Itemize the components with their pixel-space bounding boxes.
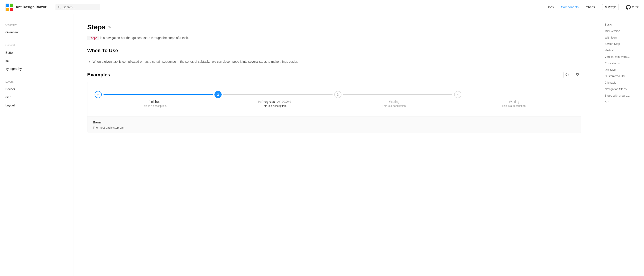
bug-icon [576, 73, 580, 76]
toc-item-vertical-mini[interactable]: Vertical mini versi... [603, 54, 640, 60]
step-number-2: 2 [217, 93, 219, 96]
layout: Overview Overview General Button Icon Ty… [0, 14, 644, 152]
toc-item-api[interactable]: API [603, 99, 640, 105]
lang-button[interactable]: 简体中文 [602, 4, 619, 10]
header-nav: Docs Components Charts 简体中文 2822 [547, 4, 639, 10]
step-header-2: 2 [214, 91, 334, 98]
step-extra-2: Left 00:00:0 [277, 100, 291, 103]
svg-point-7 [577, 74, 578, 75]
sidebar-divider-1 [5, 38, 68, 38]
description-suffix: is a navigation bar that guides users th… [99, 36, 189, 40]
search-input[interactable] [62, 5, 98, 9]
demo-card-footer: Basic The most basic step bar. [88, 116, 581, 133]
toc-item-steps-progress[interactable]: Steps with progre... [603, 92, 640, 99]
sidebar-item-divider[interactable]: Divider [0, 85, 74, 93]
github-area[interactable]: 2822 [626, 5, 639, 10]
code-icon [566, 73, 569, 76]
page-title: Steps [87, 23, 106, 31]
sidebar-item-layout[interactable]: Layout [0, 101, 74, 109]
step-title-row-2: In Progress Left 00:00:0 [258, 100, 291, 103]
github-icon [626, 5, 631, 10]
sidebar-item-icon[interactable]: Icon [0, 57, 74, 65]
demo-card: ✓ Finished This is a description. [87, 82, 582, 133]
step-item-1: ✓ Finished This is a description. [94, 91, 214, 107]
examples-actions [564, 72, 582, 78]
step-desc-3: This is a description. [382, 104, 406, 107]
edit-icon[interactable]: ✎ [108, 25, 111, 29]
page-title-row: Steps ✎ [87, 23, 582, 31]
logo-title: Ant Design Blazor [16, 5, 46, 9]
main-content: Steps ✎ Steps is a navigation bar that g… [74, 14, 595, 152]
toc-item-with-icon[interactable]: With icon [603, 35, 640, 41]
step-desc-4: This is a description. [502, 104, 526, 107]
step-title-row-4: Waiting [502, 100, 526, 103]
description-row: Steps is a navigation bar that guides us… [87, 35, 582, 41]
examples-header: Examples [87, 72, 582, 78]
svg-line-12 [576, 73, 577, 74]
step-header-3: 3 [334, 91, 454, 98]
toc-item-mini[interactable]: Mini version [603, 28, 640, 35]
step-item-2: 2 In Progress Left 00:00:0 This is a des… [214, 91, 334, 107]
svg-rect-4 [10, 8, 13, 11]
step-title-row-3: Waiting [382, 100, 406, 103]
inline-code: Steps [87, 36, 99, 40]
when-to-use-item-1: When a given task is complicated or has … [92, 59, 582, 65]
sidebar-item-grid[interactable]: Grid [0, 93, 74, 101]
step-number-4: 4 [457, 93, 459, 96]
step-header-4: 4 [454, 91, 574, 98]
step-circle-3: 3 [334, 91, 342, 98]
step-title-4: Waiting [509, 100, 519, 103]
sidebar: Overview Overview General Button Icon Ty… [0, 14, 74, 152]
toc-item-basic[interactable]: Basic [603, 22, 640, 28]
step-circle-2: 2 [214, 91, 222, 98]
step-circle-1: ✓ [94, 91, 102, 98]
code-toggle-button[interactable] [564, 72, 571, 78]
sidebar-section-layout-label: Layout [0, 77, 74, 85]
sidebar-divider-2 [5, 75, 68, 75]
step-desc-2: This is a description. [258, 104, 291, 107]
sidebar-section-overview-label: Overview [0, 20, 74, 28]
step-connector-3 [343, 94, 452, 95]
bug-report-button[interactable] [574, 72, 582, 78]
step-desc-1: This is a description. [142, 104, 166, 107]
sidebar-item-typography[interactable]: Typography [0, 65, 74, 73]
logo-icon [5, 3, 14, 11]
toc-item-vertical[interactable]: Vertical [603, 47, 640, 54]
nav-components[interactable]: Components [561, 5, 578, 9]
toc-item-customized-dot[interactable]: Customized Dot ... [603, 73, 640, 80]
step-connector-2 [224, 94, 332, 95]
toc-item-clickable[interactable]: Clickable [603, 80, 640, 86]
when-to-use-heading: When To Use [87, 48, 582, 55]
step-item-3: 3 Waiting This is a description. [334, 91, 454, 107]
svg-point-5 [58, 6, 60, 8]
nav-charts[interactable]: Charts [586, 5, 595, 9]
step-connector-1 [104, 94, 213, 95]
header: Ant Design Blazor Docs Components Charts… [0, 0, 644, 14]
search-box[interactable] [56, 4, 100, 10]
step-title-1: Finished [149, 100, 160, 103]
step-number-3: 3 [337, 93, 339, 96]
toc: Basic Mini version With icon Switch Step… [599, 18, 644, 109]
sidebar-item-button[interactable]: Button [0, 49, 74, 57]
step-title-row-1: Finished [142, 100, 166, 103]
svg-rect-1 [6, 4, 9, 7]
step-content-4: Waiting This is a description. [500, 100, 528, 107]
step-title-2: In Progress [258, 100, 275, 103]
step-circle-4: 4 [454, 91, 461, 98]
svg-line-6 [60, 8, 60, 8]
toc-item-nav-steps[interactable]: Navigation Steps [603, 86, 640, 92]
step-title-3: Waiting [389, 100, 399, 103]
toc-item-dot-style[interactable]: Dot Style [603, 67, 640, 73]
svg-rect-3 [6, 8, 9, 11]
examples-title: Examples [87, 72, 110, 78]
nav-docs[interactable]: Docs [547, 5, 554, 9]
sidebar-section-general-label: General [0, 40, 74, 49]
svg-rect-2 [10, 4, 13, 7]
logo-area[interactable]: Ant Design Blazor [5, 3, 46, 11]
steps-container: ✓ Finished This is a description. [94, 91, 574, 107]
toc-item-error-status[interactable]: Error status [603, 60, 640, 67]
toc-item-switch-step[interactable]: Switch Step [603, 41, 640, 47]
demo-description: The most basic step bar. [93, 126, 576, 129]
star-count: 2822 [632, 5, 639, 9]
sidebar-item-overview[interactable]: Overview [0, 28, 74, 36]
